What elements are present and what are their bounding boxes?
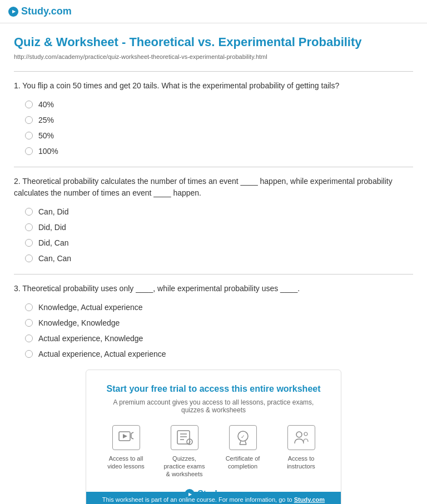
q1-option-3[interactable]: 50%: [25, 131, 413, 140]
question-2: 2. Theoretical probability calculates th…: [14, 176, 413, 263]
quizzes-icon: ✓: [171, 425, 198, 450]
promo-icon-instructors: Access to instructors: [279, 425, 324, 478]
quiz-title: Quiz & Worksheet - Theoretical vs. Exper…: [14, 34, 413, 51]
q3-radio-2[interactable]: [25, 319, 33, 327]
q1-label-1: 40%: [38, 100, 54, 109]
q1-radio-4[interactable]: [25, 147, 33, 155]
question-2-options: Can, Did Did, Did Did, Can Can, Can: [25, 207, 413, 263]
instructors-icon-label: Access to instructors: [279, 455, 324, 471]
q1-option-4[interactable]: 100%: [25, 147, 413, 156]
q3-option-4[interactable]: Actual experience, Actual experience: [25, 350, 413, 358]
svg-line-2: [131, 432, 133, 433]
video-icon: [112, 425, 140, 450]
certificate-icon: ✓: [229, 425, 257, 450]
q3-radio-1[interactable]: [25, 303, 33, 311]
instructors-icon: [287, 425, 315, 450]
q2-option-4[interactable]: Can, Can: [25, 254, 413, 263]
q3-label-4: Actual experience, Actual experience: [38, 350, 166, 358]
svg-text:✓: ✓: [188, 440, 192, 445]
promo-icon-quizzes: ✓ Quizzes, practice exams & worksheets: [162, 425, 207, 478]
svg-text:✓: ✓: [241, 434, 245, 440]
q2-radio-4[interactable]: [25, 255, 33, 262]
q3-label-2: Knowledge, Knowledge: [38, 318, 120, 327]
logo-text: Study.com: [21, 6, 72, 17]
main-content: Quiz & Worksheet - Theoretical vs. Exper…: [0, 23, 427, 504]
q1-radio-3[interactable]: [25, 132, 33, 139]
svg-line-3: [131, 438, 133, 439]
q2-option-3[interactable]: Did, Can: [25, 238, 413, 247]
promo-subtitle: A premium account gives you access to al…: [103, 398, 324, 414]
quiz-url: http://study.com/academy/practice/quiz-w…: [14, 53, 413, 60]
question-3: 3. Theoretical probability uses only ___…: [14, 283, 413, 358]
q2-label-1: Can, Did: [38, 207, 68, 216]
q1-radio-2[interactable]: [25, 116, 33, 124]
question-3-options: Knowledge, Actual experience Knowledge, …: [25, 303, 413, 358]
q1-option-1[interactable]: 40%: [25, 100, 413, 109]
q2-label-3: Did, Can: [38, 238, 68, 247]
q2-label-4: Can, Can: [38, 254, 71, 263]
promo-icon-video: Access to all video lessons: [104, 425, 148, 478]
promo-footer-text: This worksheet is part of an online cour…: [102, 496, 292, 503]
promo-footer-link[interactable]: Study.com: [294, 496, 325, 503]
promo-box: Start your free trial to access this ent…: [86, 370, 341, 504]
q2-label-2: Did, Did: [38, 223, 66, 232]
svg-point-17: [304, 432, 307, 436]
q2-radio-1[interactable]: [25, 208, 33, 216]
question-2-text: 2. Theoretical probability calculates th…: [14, 176, 413, 199]
q3-radio-3[interactable]: [25, 335, 33, 342]
svg-line-13: [240, 441, 241, 445]
q2-radio-3[interactable]: [25, 239, 33, 247]
divider-q2: [14, 274, 413, 275]
q3-radio-4[interactable]: [25, 350, 33, 358]
q3-label-3: Actual experience, Knowledge: [38, 334, 143, 343]
q1-option-2[interactable]: 25%: [25, 116, 413, 124]
q1-label-4: 100%: [38, 147, 58, 156]
q3-label-1: Knowledge, Actual experience: [38, 303, 143, 312]
question-3-text: 3. Theoretical probability uses only ___…: [14, 283, 413, 295]
q2-option-2[interactable]: Did, Did: [25, 223, 413, 232]
site-header: Study.com: [0, 0, 427, 23]
q2-radio-2[interactable]: [25, 223, 33, 231]
question-1-options: 40% 25% 50% 100%: [25, 100, 413, 156]
divider-top: [14, 71, 413, 72]
logo-icon: [8, 7, 18, 17]
svg-line-14: [245, 441, 246, 445]
q2-option-1[interactable]: Can, Did: [25, 207, 413, 216]
q3-number: 3.: [14, 284, 22, 293]
divider-q1: [14, 167, 413, 167]
q1-number: 1.: [14, 81, 22, 90]
svg-marker-1: [123, 434, 127, 438]
svg-point-16: [296, 432, 302, 437]
q3-option-1[interactable]: Knowledge, Actual experience: [25, 303, 413, 312]
question-1-text: 1. You flip a coin 50 times and get 20 t…: [14, 80, 413, 92]
promo-icons: Access to all video lessons ✓ Quizzes, p…: [103, 425, 324, 478]
promo-icon-certificate: ✓ Certificate of completion: [221, 425, 265, 478]
q1-label-3: 50%: [38, 131, 54, 140]
promo-title: Start your free trial to access this ent…: [103, 384, 324, 394]
q3-option-2[interactable]: Knowledge, Knowledge: [25, 318, 413, 327]
site-logo[interactable]: Study.com: [8, 6, 72, 17]
certificate-icon-label: Certificate of completion: [221, 455, 265, 471]
q1-radio-1[interactable]: [25, 101, 33, 108]
q1-label-2: 25%: [38, 116, 54, 124]
video-icon-label: Access to all video lessons: [104, 455, 148, 471]
quizzes-icon-label: Quizzes, practice exams & worksheets: [162, 455, 207, 478]
question-1: 1. You flip a coin 50 times and get 20 t…: [14, 80, 413, 156]
q3-option-3[interactable]: Actual experience, Knowledge: [25, 334, 413, 343]
q2-number: 2.: [14, 177, 22, 186]
